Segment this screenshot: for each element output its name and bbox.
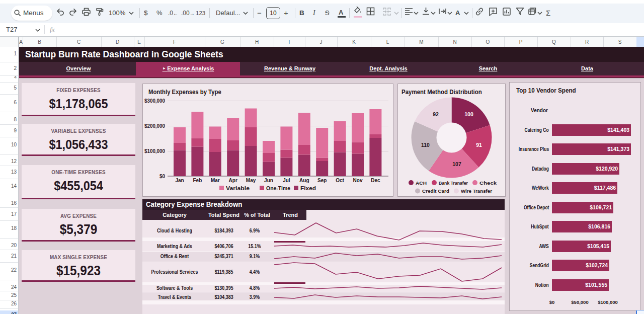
svg-text:Jun: Jun <box>264 178 273 183</box>
svg-text:Dec: Dec <box>371 178 380 183</box>
svg-text:$0: $0 <box>159 174 166 179</box>
svg-text:Bank Transfer: Bank Transfer <box>439 180 468 186</box>
svg-text:Fixed: Fixed <box>300 186 316 191</box>
svg-text:Mar: Mar <box>211 178 220 183</box>
svg-text:Credit Card: Credit Card <box>422 188 449 194</box>
svg-text:$200,000: $200,000 <box>144 123 165 129</box>
svg-text:Oct: Oct <box>336 178 344 183</box>
svg-text:100: 100 <box>464 111 473 117</box>
svg-text:91: 91 <box>476 142 482 148</box>
svg-text:Feb: Feb <box>193 178 202 183</box>
svg-text:107: 107 <box>452 161 461 167</box>
svg-text:Jan: Jan <box>175 178 184 183</box>
svg-text:Nov: Nov <box>353 178 363 183</box>
svg-text:110: 110 <box>421 142 430 148</box>
svg-text:Sep: Sep <box>317 178 327 183</box>
svg-text:$300,000: $300,000 <box>144 98 165 104</box>
svg-text:Variable: Variable <box>226 186 250 191</box>
svg-text:$100,000: $100,000 <box>144 148 165 154</box>
svg-text:May: May <box>246 178 256 183</box>
svg-text:Jul: Jul <box>283 178 290 183</box>
svg-text:Wire Transfer: Wire Transfer <box>461 188 492 194</box>
svg-text:Apr: Apr <box>229 178 237 183</box>
svg-text:92: 92 <box>433 111 439 117</box>
svg-text:Check: Check <box>479 180 497 186</box>
svg-text:ACH: ACH <box>416 180 427 186</box>
svg-text:Aug: Aug <box>299 178 309 183</box>
svg-text:One-Time: One-Time <box>266 186 290 191</box>
